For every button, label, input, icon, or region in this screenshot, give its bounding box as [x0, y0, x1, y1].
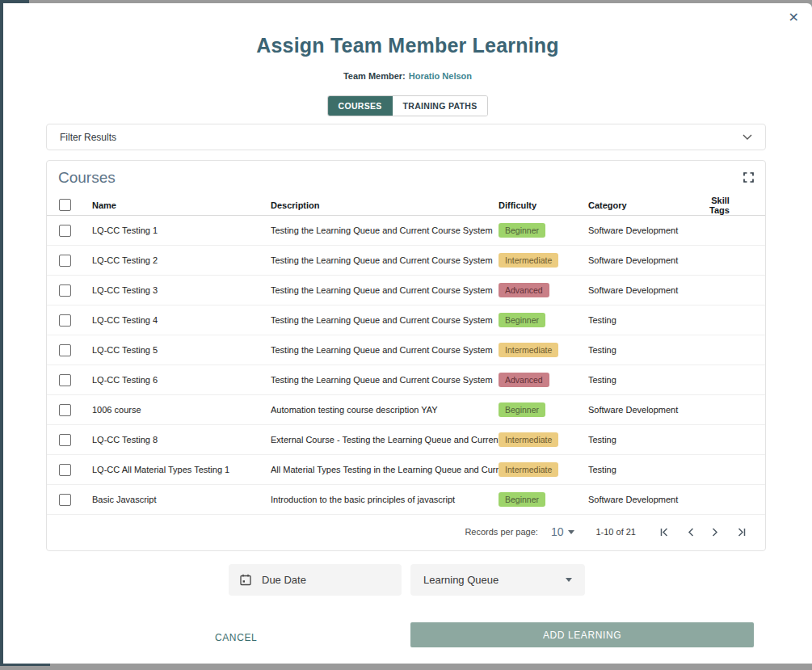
filter-results-header[interactable]: Filter Results — [46, 124, 766, 150]
table-row: LQ-CC Testing 6 Testing the Learning Que… — [47, 365, 765, 395]
modal-title: Assign Team Member Learning — [3, 34, 812, 57]
difficulty-badge: Intermediate — [499, 253, 558, 268]
first-page-icon[interactable] — [655, 525, 675, 539]
course-description: External Course - Testing the Learning Q… — [271, 435, 499, 445]
row-checkbox[interactable] — [59, 314, 71, 327]
chevron-down-icon[interactable] — [743, 134, 752, 140]
next-page-icon[interactable] — [707, 525, 723, 539]
course-name: LQ-CC Testing 8 — [92, 435, 271, 445]
filter-results-label: Filter Results — [60, 132, 116, 143]
course-category: Software Development — [588, 225, 709, 235]
column-header-category: Category — [588, 200, 709, 210]
table-row: LQ-CC Testing 5 Testing the Learning Que… — [47, 335, 765, 365]
course-table-body: LQ-CC Testing 1 Testing the Learning Que… — [47, 216, 765, 515]
pagination-range: 1-10 of 21 — [595, 527, 636, 537]
course-name: LQ-CC All Material Types Testing 1 — [92, 465, 271, 474]
close-icon[interactable]: ✕ — [789, 11, 799, 24]
team-member-line: Team Member:Horatio Nelson — [3, 71, 812, 81]
fullscreen-icon[interactable] — [743, 172, 754, 183]
caret-down-icon — [566, 578, 572, 582]
course-category: Testing — [588, 345, 709, 355]
records-per-page-label: Records per page: — [465, 527, 538, 537]
caret-down-icon — [568, 530, 574, 534]
pagination-nav — [655, 525, 751, 539]
table-header-row: Name Description Difficulty Category Ski… — [47, 195, 765, 216]
row-checkbox[interactable] — [59, 434, 71, 446]
course-category: Software Development — [588, 405, 709, 415]
course-description: Testing the Learning Queue and Current C… — [271, 285, 499, 295]
learning-queue-select[interactable]: Learning Queue — [410, 564, 585, 596]
courses-panel: Courses Name Description Difficulty Cate… — [46, 160, 766, 551]
table-row: LQ-CC Testing 2 Testing the Learning Que… — [47, 246, 765, 276]
records-per-page-value: 10 — [551, 525, 564, 538]
backdrop-bottom — [0, 664, 812, 670]
course-description: Introduction to the basic principles of … — [271, 495, 499, 504]
difficulty-badge: Beginner — [499, 402, 545, 418]
last-page-icon[interactable] — [731, 525, 751, 539]
course-category: Software Development — [588, 495, 709, 504]
course-category: Testing — [588, 375, 709, 385]
table-row: LQ-CC Testing 1 Testing the Learning Que… — [47, 216, 765, 246]
course-name: 1006 course — [92, 405, 271, 415]
row-checkbox[interactable] — [59, 374, 71, 386]
course-description: Testing the Learning Queue and Current C… — [271, 255, 499, 265]
tab-training-paths[interactable]: TRAINING PATHS — [393, 96, 488, 116]
due-date-field[interactable]: Due Date — [229, 564, 402, 596]
row-checkbox[interactable] — [59, 404, 71, 416]
course-description: Automation testing course description YA… — [271, 405, 499, 415]
column-header-difficulty: Difficulty — [499, 200, 588, 210]
course-description: Testing the Learning Queue and Current C… — [271, 375, 499, 385]
difficulty-badge: Intermediate — [499, 432, 558, 448]
row-checkbox[interactable] — [59, 494, 71, 506]
row-checkbox[interactable] — [59, 284, 71, 297]
table-row: LQ-CC All Material Types Testing 1 All M… — [47, 455, 765, 485]
difficulty-badge: Beginner — [499, 223, 545, 238]
difficulty-badge: Advanced — [499, 283, 549, 298]
course-name: LQ-CC Testing 4 — [92, 315, 271, 325]
course-category: Testing — [588, 435, 709, 445]
difficulty-badge: Advanced — [499, 373, 549, 388]
difficulty-badge: Beginner — [499, 492, 545, 508]
course-description: Testing the Learning Queue and Current C… — [271, 345, 499, 355]
table-row: LQ-CC Testing 4 Testing the Learning Que… — [47, 306, 765, 335]
team-member-name-link[interactable]: Horatio Nelson — [409, 71, 472, 81]
course-category: Software Development — [588, 255, 709, 265]
course-name: LQ-CC Testing 3 — [92, 285, 271, 295]
add-learning-button[interactable]: ADD LEARNING — [410, 622, 754, 647]
course-description: All Material Types Testing in the Learni… — [271, 465, 499, 474]
records-per-page-select[interactable]: 10 — [551, 525, 575, 538]
calendar-icon — [240, 574, 251, 586]
course-category: Testing — [588, 315, 709, 325]
table-row: LQ-CC Testing 3 Testing the Learning Que… — [47, 276, 765, 306]
cancel-button[interactable]: CANCEL — [212, 627, 260, 648]
learning-queue-value: Learning Queue — [423, 574, 499, 586]
tab-courses[interactable]: COURSES — [328, 96, 393, 116]
row-checkbox[interactable] — [59, 464, 71, 476]
course-name: LQ-CC Testing 1 — [92, 225, 271, 235]
course-category: Software Development — [588, 285, 709, 295]
row-checkbox[interactable] — [59, 225, 71, 237]
course-category: Testing — [588, 465, 709, 474]
table-row: LQ-CC Testing 8 External Course - Testin… — [47, 425, 765, 455]
panel-title: Courses — [58, 169, 116, 187]
course-name: Basic Javascript — [92, 495, 271, 504]
course-description: Testing the Learning Queue and Current C… — [271, 315, 499, 325]
table-row: Basic Javascript Introduction to the bas… — [47, 485, 765, 515]
column-header-skill-tags: Skill Tags — [709, 196, 730, 215]
previous-page-icon[interactable] — [683, 525, 699, 539]
row-checkbox[interactable] — [59, 255, 71, 267]
row-checkbox[interactable] — [59, 344, 71, 356]
select-all-checkbox[interactable] — [59, 199, 71, 211]
column-header-name: Name — [92, 200, 271, 210]
course-name: LQ-CC Testing 2 — [92, 255, 271, 265]
course-description: Testing the Learning Queue and Current C… — [271, 225, 499, 235]
difficulty-badge: Intermediate — [499, 462, 558, 478]
column-header-description: Description — [271, 200, 499, 210]
course-name: LQ-CC Testing 5 — [92, 345, 271, 355]
assign-learning-modal: ✕ Assign Team Member Learning Team Membe… — [3, 3, 812, 664]
course-name: LQ-CC Testing 6 — [92, 375, 271, 385]
difficulty-badge: Intermediate — [499, 343, 558, 358]
team-member-label: Team Member: — [343, 71, 406, 81]
pagination-bar: Records per page: 10 1-10 of 21 — [47, 513, 765, 550]
due-date-label: Due Date — [262, 574, 306, 586]
